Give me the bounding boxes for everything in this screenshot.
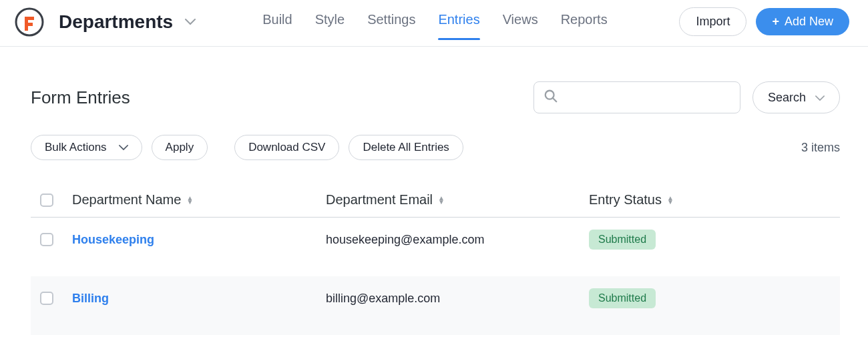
delete-all-button[interactable]: Delete All Entries [349, 135, 463, 160]
chevron-down-icon [119, 141, 128, 154]
status-badge: Submitted [589, 230, 656, 250]
nav-build[interactable]: Build [262, 7, 292, 37]
col-department-name[interactable]: Department Name ▲▼ [72, 192, 326, 208]
table-header: Department Name ▲▼ Department Email ▲▼ E… [31, 183, 840, 218]
plus-icon: + [772, 15, 779, 29]
search-box[interactable] [533, 81, 740, 113]
sort-icon: ▲▼ [438, 196, 445, 204]
entry-email: housekeeping@example.com [326, 233, 589, 247]
header-actions: Import + Add New [679, 7, 849, 36]
table-row: Billing billing@example.com Submitted [31, 276, 840, 335]
svg-point-0 [16, 9, 43, 35]
nav-views[interactable]: Views [503, 7, 538, 37]
search-icon [544, 89, 558, 106]
entries-table: Department Name ▲▼ Department Email ▲▼ E… [31, 183, 840, 347]
download-csv-button[interactable]: Download CSV [234, 135, 339, 160]
svg-line-2 [553, 98, 557, 102]
search-button-label: Search [768, 91, 806, 105]
import-button[interactable]: Import [679, 7, 746, 36]
app-header: Departments Build Style Settings Entries… [0, 0, 868, 47]
row-checkbox[interactable] [40, 292, 53, 305]
search-button[interactable]: Search [752, 81, 840, 113]
sort-icon: ▲▼ [186, 196, 193, 204]
content-area: Form Entries Search Bulk Actions Appl [0, 47, 868, 347]
chevron-down-icon [185, 15, 196, 29]
status-badge: Submitted [589, 288, 656, 308]
add-new-button[interactable]: + Add New [756, 8, 849, 35]
page-title: Form Entries [31, 87, 130, 108]
action-row: Bulk Actions Apply Download CSV Delete A… [31, 135, 840, 160]
row-checkbox[interactable] [40, 233, 53, 246]
nav-settings[interactable]: Settings [367, 7, 415, 37]
entry-name-link[interactable]: Billing [72, 292, 109, 305]
nav-tabs: Build Style Settings Entries Views Repor… [262, 7, 608, 37]
nav-entries[interactable]: Entries [438, 7, 479, 37]
nav-reports[interactable]: Reports [561, 7, 608, 37]
bulk-actions-select[interactable]: Bulk Actions [31, 135, 142, 160]
items-count: 3 items [801, 141, 840, 155]
chevron-down-icon [815, 91, 825, 105]
select-all-checkbox[interactable] [40, 194, 53, 207]
entry-email: billing@example.com [326, 292, 589, 306]
nav-style[interactable]: Style [315, 7, 345, 37]
logo-icon[interactable] [15, 7, 44, 37]
col-entry-status[interactable]: Entry Status ▲▼ [589, 192, 835, 208]
add-new-label: Add New [785, 15, 833, 29]
sort-icon: ▲▼ [667, 196, 674, 204]
col-department-email[interactable]: Department Email ▲▼ [326, 192, 589, 208]
table-row: Human Resources hr@example.com Submitted [31, 335, 840, 347]
search-input[interactable] [565, 91, 730, 104]
form-name: Departments [59, 11, 173, 33]
entry-name-link[interactable]: Housekeeping [72, 233, 154, 246]
bulk-actions-label: Bulk Actions [45, 141, 107, 154]
table-row: Housekeeping housekeeping@example.com Su… [31, 218, 840, 276]
apply-button[interactable]: Apply [152, 135, 208, 160]
form-switcher[interactable]: Departments [59, 11, 196, 33]
